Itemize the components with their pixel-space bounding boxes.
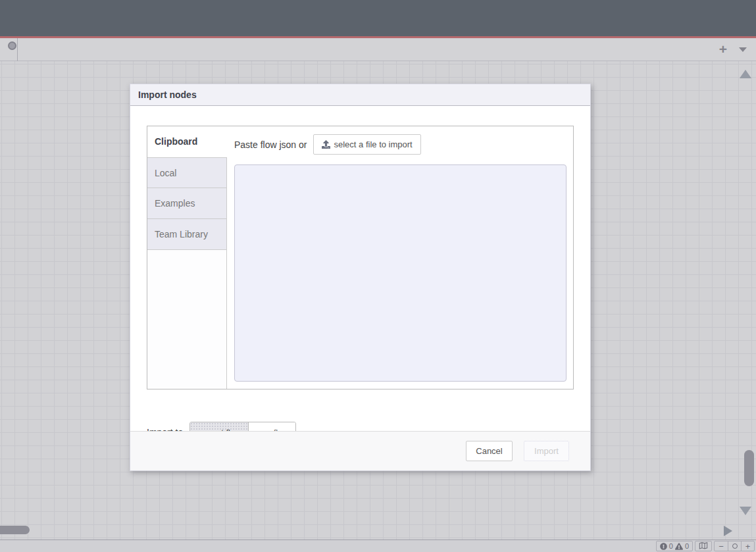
add-flow-button[interactable]: + [713,38,733,61]
zoom-controls: − + [714,541,755,551]
dialog-body: Clipboard Local Examples Team Library Pa… [130,107,590,431]
circle-icon [732,543,738,549]
paste-label: Paste flow json or [234,139,307,150]
vertical-scrollbar-thumb[interactable] [744,450,754,486]
dialog-footer: Cancel Import [130,431,590,470]
caret-down-icon [739,47,747,52]
tab-examples[interactable]: Examples [147,188,226,219]
flow-json-textarea[interactable] [234,164,567,382]
navigator-toggle-button[interactable] [695,541,712,551]
warning-triangle-icon [675,543,683,550]
select-file-button-label: select a file to import [334,139,413,149]
error-count: 0 [669,542,673,550]
tab-team-library[interactable]: Team Library [147,219,226,250]
tab-clipboard[interactable]: Clipboard [147,126,228,157]
select-file-button[interactable]: select a file to import [313,134,421,155]
notification-counts[interactable]: 0 0 [656,541,693,551]
zoom-reset-button[interactable] [728,541,741,551]
flow-list-button[interactable] [733,38,753,61]
exclamation-circle-icon [660,543,667,550]
upload-icon [322,140,330,149]
footer-status-bar: 0 0 − + [0,539,756,552]
warning-count: 0 [685,542,689,550]
plus-icon: + [719,41,727,57]
app-header [0,0,756,36]
import-button[interactable]: Import [524,441,569,461]
zoom-out-button[interactable]: − [715,541,728,551]
sidebar-expand-button[interactable] [724,526,732,536]
dialog-title: Import nodes [130,84,590,106]
cancel-button[interactable]: Cancel [466,441,513,461]
clipboard-tab-content: Paste flow json or select a file to impo… [227,126,573,389]
scroll-up-button[interactable] [740,70,751,78]
import-source-panel: Clipboard Local Examples Team Library Pa… [147,126,574,389]
flow-tab-stub [0,38,18,61]
node-red-editor: + 0 0 [0,0,756,552]
paste-row: Paste flow json or select a file to impo… [227,126,573,155]
minus-icon: − [718,541,724,551]
import-source-tabs: Clipboard Local Examples Team Library [147,126,227,389]
tab-local[interactable]: Local [147,157,226,188]
footer-controls: 0 0 − + [656,541,755,551]
flow-tab-bar: + [0,38,756,61]
plus-icon: + [745,541,751,551]
status-dot-icon [8,41,16,50]
import-nodes-dialog: Import nodes Clipboard Local Examples Te… [130,84,591,471]
zoom-in-button[interactable]: + [741,541,754,551]
horizontal-scrollbar-thumb[interactable] [0,526,30,534]
scroll-down-button[interactable] [740,507,751,515]
map-icon [698,541,709,551]
